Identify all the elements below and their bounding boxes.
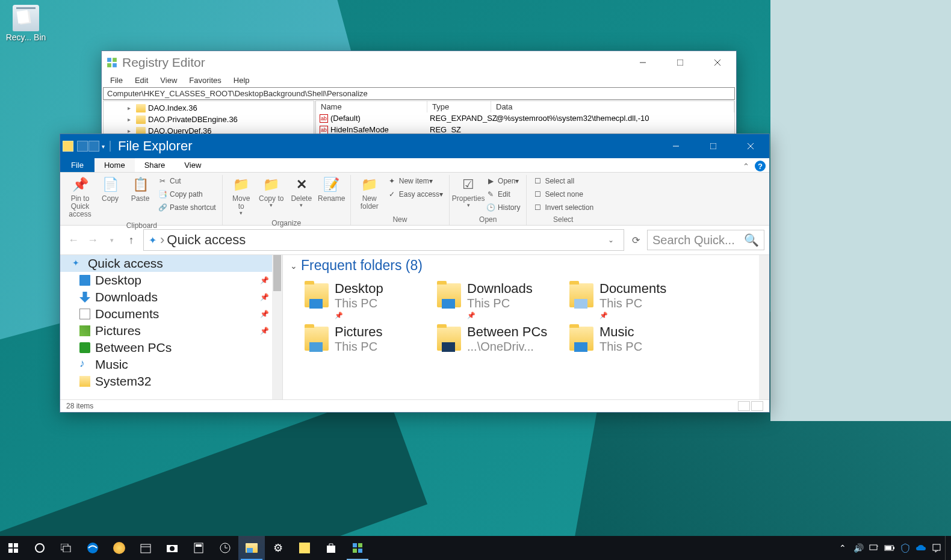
explorer-titlebar[interactable]: ▾ File Explorer [60,134,769,158]
tray-security-icon[interactable] [898,536,912,560]
tree-desktop[interactable]: Desktop📌 [60,272,282,289]
regedit-tree-item[interactable]: ▸DAO.PrivateDBEngine.36 [104,114,314,125]
paste-shortcut-button[interactable]: 🔗Paste shortcut [155,202,218,214]
regedit-list-header[interactable]: Name Type Data [316,101,734,112]
easy-access-button[interactable]: ✓Easy access ▾ [385,188,445,200]
qat-button[interactable] [77,141,88,152]
tab-home[interactable]: Home [94,158,135,172]
regedit-tree[interactable]: ▸DAO.Index.36 ▸DAO.PrivateDBEngine.36 ▸D… [103,100,314,138]
taskbar-calculator[interactable] [185,536,212,560]
nav-history-button[interactable]: ▾ [104,232,120,248]
rename-button[interactable]: 📝Rename [317,175,347,204]
folder-downloads[interactable]: DownloadsThis PC📌 [435,278,555,322]
pin-to-quick-access-button[interactable]: 📌Pin to Quick access [65,175,95,220]
select-none-button[interactable]: ☐Select none [530,188,596,200]
regedit-address-bar[interactable]: Computer\HKEY_CLASSES_ROOT\DesktopBackgr… [103,87,735,100]
search-input[interactable]: Search Quick... 🔍 [647,230,764,250]
new-folder-button[interactable]: 📁New folder [355,175,385,212]
tree-quick-access[interactable]: ✦Quick access [60,255,282,272]
copy-to-button[interactable]: 📁Copy to▾ [256,175,287,210]
open-button[interactable]: ▶Open ▾ [483,175,522,187]
regedit-close-button[interactable] [699,52,736,73]
qat-folder-icon[interactable] [63,141,73,152]
cut-button[interactable]: ✂Cut [155,175,218,187]
registry-editor-window[interactable]: Registry Editor File Edit View Favorites… [101,51,737,139]
col-data[interactable]: Data [491,101,734,112]
help-button[interactable]: ? [755,161,766,171]
taskbar-sticky-notes[interactable] [291,536,318,560]
copy-path-button[interactable]: 📑Copy path [155,188,218,200]
history-button[interactable]: 🕒History [483,202,522,214]
navigation-pane[interactable]: ✦Quick access Desktop📌 Downloads📌 Docume… [60,255,283,399]
nav-forward-button[interactable]: → [84,232,101,248]
taskbar-file-explorer[interactable] [238,536,265,560]
taskbar-edge[interactable] [79,536,106,560]
folder-between-pcs[interactable]: Between PCs...\OneDriv... [435,322,555,356]
tray-onedrive-icon[interactable] [914,536,928,560]
nav-back-button[interactable]: ← [65,232,82,248]
taskbar-paint[interactable] [106,536,132,560]
regedit-maximize-button[interactable] [661,52,699,73]
regedit-menubar[interactable]: File Edit View Favorites Help [102,74,736,87]
tree-documents[interactable]: Documents📌 [60,306,282,322]
menu-view[interactable]: View [154,74,183,87]
regedit-titlebar[interactable]: Registry Editor [102,51,736,74]
regedit-values-list[interactable]: Name Type Data ab(Default) REG_EXPAND_SZ… [316,100,735,138]
desktop-icon-recycle-bin[interactable]: Recy... Bin [5,5,47,42]
taskbar-calendar[interactable] [132,536,159,560]
menu-favorites[interactable]: Favorites [183,74,227,87]
tray-battery-icon[interactable] [882,536,897,560]
invert-selection-button[interactable]: ☐Invert selection [530,202,596,214]
delete-button[interactable]: ✕Delete▾ [287,175,317,210]
content-scrollbar[interactable] [759,255,769,399]
explorer-minimize-button[interactable] [657,135,695,157]
properties-button[interactable]: ☑Properties▾ [453,175,483,210]
explorer-close-button[interactable] [732,135,769,157]
address-bar[interactable]: ✦ › Quick access ⌄ [143,229,624,251]
tree-between-pcs[interactable]: Between PCs [60,339,282,356]
icons-view-button[interactable] [751,401,763,411]
quick-access-toolbar[interactable]: ▾ [63,141,113,152]
menu-edit[interactable]: Edit [129,74,154,87]
taskbar-clock[interactable] [212,536,238,560]
folder-pictures[interactable]: PicturesThis PC [302,322,423,356]
tree-system32[interactable]: System32 [60,373,282,390]
tray-action-center-icon[interactable] [929,536,944,560]
ribbon-collapse-button[interactable]: ⌃ [740,161,751,171]
taskbar-store[interactable] [318,536,344,560]
file-explorer-window[interactable]: ▾ File Explorer File Home Share View ⌃ ?… [60,134,770,413]
show-desktop-button[interactable] [945,536,949,560]
qat-button[interactable] [88,141,99,152]
nav-up-button[interactable]: ↑ [123,232,140,248]
tab-view[interactable]: View [175,158,211,172]
tree-pictures[interactable]: Pictures📌 [60,322,282,339]
tray-overflow-button[interactable]: ⌃ [835,536,850,560]
new-item-button[interactable]: ✦New item ▾ [385,175,445,187]
taskbar[interactable]: ⚙ ⌃ 🔊 [0,536,951,560]
tree-downloads[interactable]: Downloads📌 [60,289,282,306]
folder-documents[interactable]: DocumentsThis PC📌 [567,278,687,322]
tray-network-icon[interactable] [867,536,881,560]
tab-file[interactable]: File [60,158,94,172]
cortana-button[interactable] [26,536,53,560]
regedit-tree-item[interactable]: ▸DAO.Index.36 [104,102,314,114]
address-dropdown-button[interactable]: ⌄ [603,236,619,244]
menu-help[interactable]: Help [228,74,256,87]
regedit-minimize-button[interactable] [624,52,661,73]
folder-music[interactable]: MusicThis PC [567,322,687,356]
edit-button[interactable]: ✎Edit [483,188,522,200]
tree-music[interactable]: ♪Music [60,356,282,373]
move-to-button[interactable]: 📁Move to▾ [226,175,256,218]
copy-button[interactable]: 📄Copy [95,175,125,204]
col-type[interactable]: Type [427,101,491,112]
tray-volume-icon[interactable]: 🔊 [851,536,866,560]
folder-content-pane[interactable]: ⌄ Frequent folders (8) DesktopThis PC📌 D… [283,255,769,399]
start-button[interactable] [0,536,26,560]
regedit-value-row[interactable]: ab(Default) REG_EXPAND_SZ @%systemroot%\… [316,112,734,124]
explorer-maximize-button[interactable] [695,135,732,157]
taskbar-regedit[interactable] [344,536,371,560]
taskbar-settings[interactable]: ⚙ [265,536,291,560]
select-all-button[interactable]: ☐Select all [530,175,596,187]
system-tray[interactable]: ⌃ 🔊 [835,536,951,560]
paste-button[interactable]: 📋Paste [125,175,155,204]
